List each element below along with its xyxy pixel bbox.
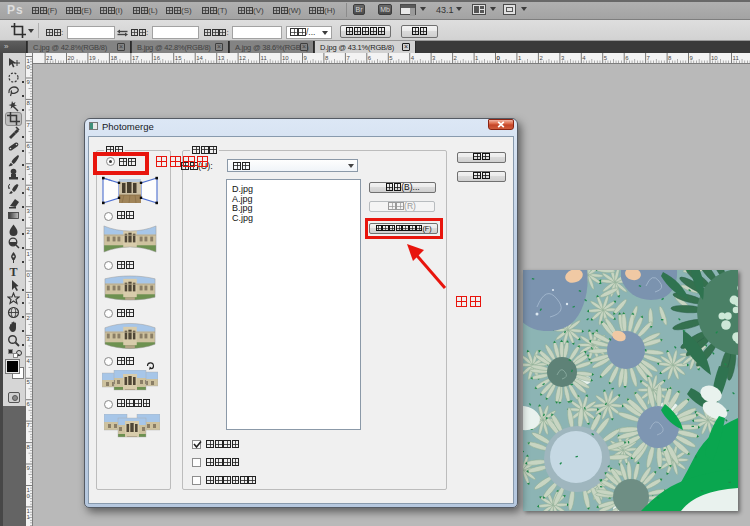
svg-text:10: 10 xyxy=(282,55,289,61)
svg-text:13: 13 xyxy=(218,55,225,61)
svg-text:11: 11 xyxy=(261,55,268,61)
svg-text:11: 11 xyxy=(733,55,740,61)
svg-text:15: 15 xyxy=(175,55,182,61)
svg-text:14: 14 xyxy=(196,55,203,61)
svg-text:18: 18 xyxy=(110,55,117,61)
svg-text:12: 12 xyxy=(239,55,246,61)
svg-text:T: T xyxy=(10,265,18,278)
svg-text:20: 20 xyxy=(68,55,75,61)
svg-text:21: 21 xyxy=(46,55,53,61)
svg-text:10: 10 xyxy=(711,55,718,61)
svg-text:16: 16 xyxy=(153,55,160,61)
svg-text:19: 19 xyxy=(89,55,96,61)
svg-text:17: 17 xyxy=(132,55,139,61)
